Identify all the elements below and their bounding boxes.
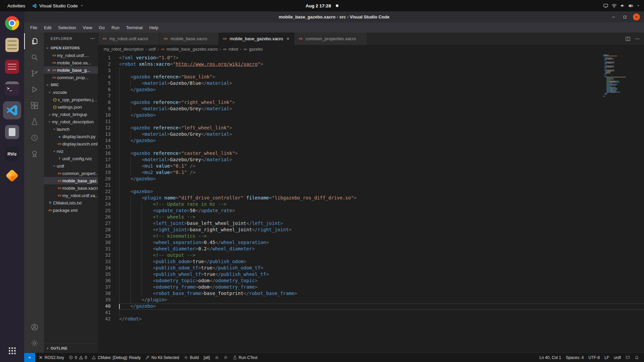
line-number[interactable]: 17 [98, 157, 111, 163]
line-number[interactable]: 32 [98, 252, 111, 259]
cmake-build[interactable]: Build [181, 353, 201, 362]
open-editor-item[interactable]: <>mobile_base.xa... [44, 59, 98, 66]
line-number[interactable]: 31 [98, 246, 111, 252]
line-number[interactable]: 11 [98, 119, 111, 125]
tree-folder-item[interactable]: ›urdf [44, 162, 98, 170]
code-line[interactable]: <gazebo reference="right_wheel_link"> [119, 100, 644, 106]
code-line[interactable] [119, 144, 644, 150]
line-number[interactable]: 20 [98, 176, 111, 182]
line-number[interactable]: 2 [98, 61, 111, 68]
code-line[interactable]: </robot> [119, 316, 644, 322]
line-number[interactable]: 25 [98, 208, 111, 214]
activity-extensions[interactable] [24, 98, 44, 114]
code-line[interactable]: </gazebo> [119, 176, 644, 182]
restore-button[interactable] [622, 14, 628, 20]
code-line[interactable]: <gazebo> [119, 189, 644, 195]
dock-item-red-app[interactable] [3, 58, 21, 76]
cmake-launch[interactable] [221, 353, 230, 362]
tree-file-item[interactable]: <>mobile_base.xacro [44, 184, 98, 192]
minimize-button[interactable] [610, 14, 617, 20]
code-line[interactable]: <material>Gazebo/Grey</material> [119, 131, 644, 138]
dock-item-terminal[interactable] [3, 79, 21, 98]
dock-item-files[interactable] [3, 36, 21, 54]
code-line[interactable]: <publish_wheel_tf>true</publish_wheel_tf… [119, 272, 644, 278]
open-editor-item[interactable]: <>my_robot.urdf.... [44, 52, 98, 59]
tree-folder-item[interactable]: ›launch [44, 125, 98, 133]
code-line[interactable]: <!-- Update rate in Hz --> [119, 201, 644, 208]
menu-file[interactable]: File [27, 22, 41, 33]
code-line[interactable] [119, 68, 644, 74]
close-button[interactable] [633, 13, 640, 20]
code-line[interactable]: <left_joint>base_left_wheel_joint</left_… [119, 221, 644, 227]
code-line[interactable]: <mu2 value="0.1" /> [119, 170, 644, 176]
cmake-debug[interactable] [212, 353, 221, 362]
line-number[interactable]: 39 [98, 297, 111, 303]
problems[interactable]: 00 [66, 353, 89, 362]
accounts-button[interactable] [24, 319, 44, 335]
code-line[interactable]: <material>Gazebo/Grey</material> [119, 106, 644, 112]
tree-file-item[interactable]: !urdf_config.rviz [44, 155, 98, 162]
breadcrumb-item[interactable]: <>mobile_base_gazebo.xacro [160, 47, 218, 52]
tree-file-item[interactable]: <>package.xml [44, 206, 98, 214]
code-line[interactable]: <publish_odom>true</publish_odom> [119, 259, 644, 265]
open-editor-item[interactable]: <>common_prop... [44, 74, 98, 81]
tree-file-item[interactable]: <>my_robot.urdf.xa... [44, 192, 98, 199]
line-number[interactable]: 12 [98, 125, 111, 131]
code-line[interactable]: <robot xmlns:xacro="http://www.ros.org/w… [119, 61, 644, 68]
line-number[interactable]: 37 [98, 284, 111, 291]
line-number[interactable]: 23 [98, 195, 111, 201]
window-title-bar[interactable]: mobile_base_gazebo.xacro - src - Visual … [24, 11, 644, 22]
line-number[interactable]: 19 [98, 170, 111, 176]
menu-selection[interactable]: Selection [55, 22, 79, 33]
code-line[interactable] [119, 93, 644, 100]
dock-item-gray-app[interactable] [3, 123, 21, 141]
dock-item-rviz[interactable]: RViz [3, 145, 21, 163]
code-line[interactable]: <gazebo reference="caster_wheel_link"> [119, 150, 644, 157]
tree-file-item[interactable]: {}c_cpp_properties.j... [44, 96, 98, 103]
breadcrumb-item[interactable]: <>gazebo [243, 47, 263, 52]
tree-file-item[interactable]: {}settings.json [44, 103, 98, 111]
line-number[interactable]: 35 [98, 272, 111, 278]
menu-run[interactable]: Run [108, 22, 123, 33]
tab-close-button[interactable] [285, 37, 291, 41]
line-number[interactable]: 10 [98, 112, 111, 119]
code-line[interactable]: <wheel_separation>0.45</wheel_separation… [119, 240, 644, 246]
code-line[interactable]: </gazebo> [119, 112, 644, 119]
encoding[interactable]: UTF-8 [586, 353, 602, 362]
tree-file-item[interactable]: MCMakeLists.txt [44, 199, 98, 206]
cmake-status[interactable]: CMake: [Debug]: Ready [89, 353, 143, 362]
breadcrumb-item[interactable]: <>robot [222, 47, 238, 52]
show-apps-button[interactable] [3, 344, 21, 357]
code-line[interactable] [119, 119, 644, 125]
ctest[interactable]: Run CTest [230, 353, 260, 362]
code-line[interactable]: <gazebo reference="base_link"> [119, 74, 644, 80]
tree-folder-item[interactable]: ›rviz [44, 147, 98, 155]
code-line[interactable]: <odometry_frame>odom</odometry_frame> [119, 284, 644, 291]
cmake-kit[interactable]: No Kit Selected [143, 353, 181, 362]
line-number[interactable]: 40 [98, 303, 111, 310]
outline-header[interactable]: › OUTLINE [44, 343, 98, 353]
line-number[interactable]: 22 [98, 189, 111, 195]
tree-file-item[interactable]: <>mobile_base_gaz... [44, 177, 98, 184]
activity-explorer[interactable] [24, 33, 44, 49]
code-line[interactable]: <!-- wheels --> [119, 214, 644, 221]
code-line[interactable]: </plugin> [119, 297, 644, 303]
ros-status[interactable]: ROS2.foxy [36, 353, 66, 362]
code-line[interactable]: <odometry_topic>odom</odometry_topic> [119, 278, 644, 284]
line-number[interactable]: 16 [98, 150, 111, 157]
remote-indicator[interactable] [24, 353, 35, 362]
activity-run-debug[interactable] [24, 81, 44, 98]
more-actions-icon[interactable] [635, 36, 640, 42]
activity-testing[interactable] [24, 114, 44, 130]
minimap[interactable] [603, 55, 639, 97]
line-number[interactable]: 42 [98, 316, 111, 322]
editor-tab[interactable]: <>my_robot.urdf.xacro [98, 33, 160, 45]
code-line[interactable]: <wheel_diameter>0.2</wheel_diameter> [119, 246, 644, 252]
code-line[interactable]: <publish_odom_tf>true</publish_odom_tf> [119, 265, 644, 272]
settings-button[interactable] [24, 335, 44, 351]
code-line[interactable] [119, 310, 644, 316]
activities-button[interactable]: Activities [4, 0, 29, 11]
activity-timeline[interactable] [24, 130, 44, 146]
line-number[interactable]: 14 [98, 138, 111, 144]
editor-tab[interactable]: <>mobile_base.xacro [160, 33, 219, 45]
